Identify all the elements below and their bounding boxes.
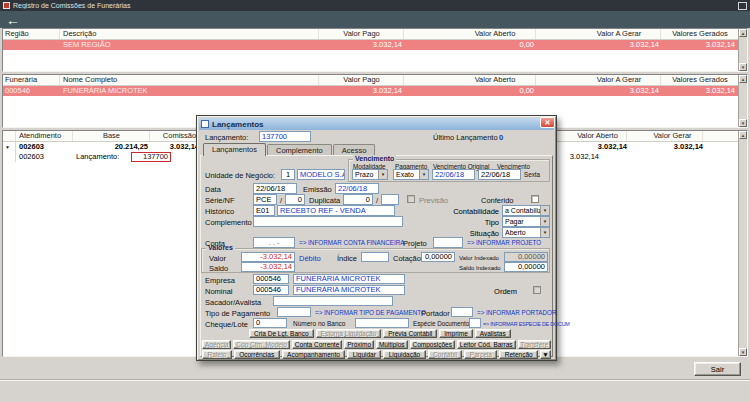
portador-label: Portador	[421, 309, 450, 318]
col-atendimento[interactable]: Atendimento	[17, 131, 73, 141]
composicoes-button[interactable]: Composições	[410, 340, 455, 349]
projeto-input[interactable]	[433, 237, 463, 248]
unidade-nome-input[interactable]: MODELO S.A.	[297, 169, 345, 180]
conta-input[interactable]: . . -	[253, 237, 295, 248]
duplicata-separator: /	[376, 196, 378, 205]
serie-input[interactable]: PCE	[253, 194, 277, 205]
conta-corrente-button[interactable]: Conta Corrente	[292, 340, 342, 349]
scroll-down-icon[interactable]: ▼	[739, 63, 747, 71]
region-row[interactable]: SEM REGIÃO 3.032,14 0,00 3.032,14 3.032,…	[3, 40, 747, 50]
ocorrencias-button[interactable]: Ocorrências	[234, 350, 280, 359]
complemento-input[interactable]	[253, 216, 403, 227]
multiplos-button[interactable]: Múltiplos	[376, 340, 408, 349]
back-button[interactable]: ←	[6, 13, 20, 27]
col-valor-pago[interactable]: Valor Pago	[320, 75, 404, 85]
cotacao-input[interactable]: 0,00000	[421, 252, 455, 262]
col-valores-gerados[interactable]: Valores Gerados	[662, 29, 739, 39]
col-nome-completo[interactable]: Nome Completo	[61, 75, 319, 85]
vencimento-original-input[interactable]: 22/06/18	[432, 169, 475, 180]
previa-contabil-button[interactable]: Prévia Contábil	[383, 329, 437, 338]
modalidade-select[interactable]: Prazo▾	[352, 169, 388, 180]
historico-desc-input[interactable]: RECEBTO REF - VENDA	[277, 205, 395, 216]
lancamento-input[interactable]: 137700	[259, 131, 311, 142]
avalistas-button[interactable]: Avalistas	[475, 329, 511, 338]
col-regiao[interactable]: Região	[3, 29, 60, 39]
empresa-nome-input[interactable]: FUNERÁRIA MICROTEK	[293, 274, 405, 284]
numero-banco-input[interactable]	[355, 318, 409, 328]
duplicata-input[interactable]: 0	[343, 194, 373, 205]
nominal-nome-input[interactable]: FUNERÁRIA MICROTEK	[293, 285, 405, 295]
group-marker-icon[interactable]: ▼	[5, 143, 10, 151]
funeraria-valores-gerados: 3.032,14	[659, 86, 737, 96]
more-actions-button[interactable]: ▼	[540, 350, 551, 359]
imprime-button[interactable]: Imprime	[439, 329, 472, 338]
emissao-label: Emissão	[303, 185, 332, 194]
tipo-pagamento-input[interactable]	[277, 307, 311, 317]
lancamento-numero-destacado[interactable]: 137700	[131, 152, 171, 162]
col-valor-a-gerar[interactable]: Valor A Gerar	[578, 29, 661, 39]
col-valor-gerar[interactable]: Valor Gerar	[643, 131, 703, 141]
funeraria-row[interactable]: 000546 FUNERÁRIA MICROTEK 3.032,14 0,00 …	[3, 86, 747, 96]
scroll-up-icon[interactable]: ▲	[739, 131, 747, 139]
historico-code-input[interactable]: E01	[253, 205, 275, 216]
atendimento-valor-aberto: 3.032,14	[571, 142, 629, 152]
regions-scrollbar[interactable]: ▲ ▼	[738, 29, 747, 71]
proximo-button[interactable]: Próximo	[344, 340, 374, 349]
status-divider	[0, 379, 750, 381]
emissao-input[interactable]: 22/06/18	[335, 183, 379, 194]
nominal-label: Nominal	[205, 287, 233, 296]
conferido-checkbox[interactable]	[531, 195, 539, 203]
scroll-down-icon[interactable]: ▼	[739, 348, 747, 356]
maximize-icon[interactable]	[738, 2, 747, 10]
app-window: Registro de Comissões de Funerárias ← Re…	[0, 0, 750, 402]
atendimentos-scrollbar[interactable]: ▲ ▼	[738, 131, 747, 356]
sacador-avalista-input[interactable]	[273, 296, 393, 306]
col-base[interactable]: Base	[74, 131, 150, 141]
unidade-code-input[interactable]: 1	[281, 169, 295, 180]
scroll-down-icon[interactable]: ▼	[739, 119, 747, 127]
col-valor-a-gerar[interactable]: Valor A Gerar	[578, 75, 661, 85]
lancamento-label: Lançamento:	[205, 133, 248, 142]
scroll-up-icon[interactable]: ▲	[739, 75, 747, 83]
empresa-code-input[interactable]: 000546	[253, 274, 289, 284]
serie-numero-input[interactable]: 0	[285, 194, 305, 205]
data-input[interactable]: 22/06/18	[253, 183, 297, 194]
dialog-titlebar[interactable]: Lançamentos	[199, 118, 554, 130]
col-valores-gerados[interactable]: Valores Gerados	[662, 75, 739, 85]
scroll-up-icon[interactable]: ▲	[739, 29, 747, 37]
valor-input[interactable]: -3.032,14	[241, 252, 295, 262]
situacao-select[interactable]: Aberto▾	[502, 227, 550, 238]
especie-documento-input[interactable]	[469, 318, 481, 328]
sair-button[interactable]: Sair	[694, 362, 741, 376]
liquidacao-button[interactable]: Liquidação	[383, 350, 425, 359]
contabilidade-select[interactable]: a Contabilizar▾	[502, 205, 550, 216]
cheque-lote-input[interactable]: 0	[253, 318, 287, 328]
col-valor-aberto[interactable]: Valor Aberto	[455, 75, 536, 85]
previsao-checkbox[interactable]	[407, 195, 415, 203]
acompanhamento-button[interactable]: Acompanhamento	[282, 350, 346, 359]
tab-lancamentos[interactable]: Lançamentos	[203, 143, 266, 156]
pagamento-select[interactable]: Exato▾	[393, 169, 429, 180]
col-valor-aberto[interactable]: Valor Aberto	[455, 29, 536, 39]
leitor-cod-barras-button[interactable]: Leitor Cód. Barras	[457, 340, 516, 349]
col-descricao[interactable]: Descrição	[61, 29, 319, 39]
transfere-button: Transfere	[518, 340, 551, 349]
col-valor-pago[interactable]: Valor Pago	[320, 29, 404, 39]
cria-de-lct-banco-button[interactable]: Cria De Lçt. Banco	[249, 329, 314, 338]
retencao-button[interactable]: Retenção	[499, 350, 538, 359]
col-valor-aberto[interactable]: Valor Aberto	[569, 131, 627, 141]
tipo-pagamento-hint: => INFORMAR TIPO DE PAGAMENTO	[315, 309, 426, 316]
close-icon[interactable]: ✕	[540, 117, 555, 128]
duplicata-parcela-input[interactable]	[381, 194, 399, 205]
ordem-checkbox[interactable]	[533, 286, 541, 294]
agencia-button: Agência	[202, 340, 231, 349]
liquidar-button[interactable]: Liquidar	[347, 350, 381, 359]
funerarias-scrollbar[interactable]: ▲ ▼	[738, 75, 747, 127]
tipo-select[interactable]: Pagar▾	[502, 216, 550, 227]
indice-input[interactable]	[361, 252, 389, 262]
portador-input[interactable]	[451, 307, 473, 317]
vencimento-input[interactable]: 22/06/18	[478, 169, 521, 180]
col-funeraria[interactable]: Funerária	[3, 75, 60, 85]
funeraria-valor-pago: 3.032,14	[320, 86, 404, 96]
nominal-code-input[interactable]: 000546	[253, 285, 289, 295]
